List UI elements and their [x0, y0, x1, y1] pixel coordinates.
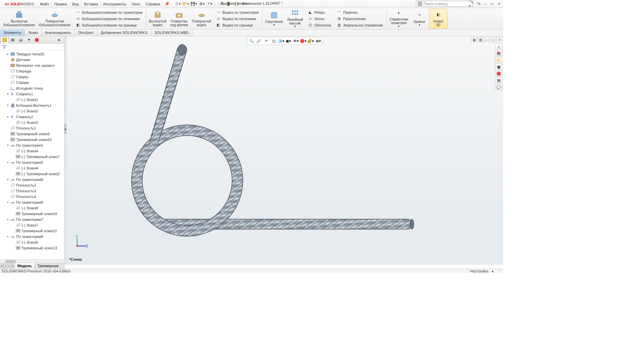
tree-item[interactable]: (-) Эскиз4	[0, 148, 64, 154]
tab-dimxpert[interactable]: DimXpert	[75, 30, 97, 36]
hole-wizard-button[interactable]: Отверстие под крепеж	[168, 9, 190, 29]
vp-min-icon[interactable]: —	[484, 37, 490, 42]
revolve-boss-button[interactable]: Повернутая бобышка/основание	[37, 9, 72, 29]
menu-edit[interactable]: Правка	[52, 0, 69, 8]
view-palette-icon[interactable]: ▦	[495, 64, 502, 70]
intersect-button[interactable]: ⊗Пересечение	[335, 16, 384, 22]
tree-item[interactable]: ▾По траектории8	[0, 234, 64, 239]
tab-features[interactable]: Элементы	[0, 30, 25, 36]
loft-cut-button[interactable]: ▱Вырез по сечениям	[214, 16, 260, 22]
tree-item[interactable]: ▾Спираль2	[0, 114, 64, 119]
menu-file[interactable]: Файл	[37, 0, 52, 8]
tree-item[interactable]: (-) Эскиз2	[0, 119, 64, 125]
tree-item[interactable]: Плоскость4	[0, 194, 64, 199]
viewport[interactable]: ▣ ▦ — ▭ ✕ 🔍 🔎 ↶ ◫ 🧊▾ ▣▾ 👁▾ 🔴▾ 🌈▾ 🖥▾ ⌂ 📚 …	[66, 36, 503, 265]
vp-layout1-icon[interactable]: ▣	[471, 37, 477, 42]
menu-help[interactable]: Справка	[143, 0, 163, 8]
tab-3dviews[interactable]: Трехмерные виды	[35, 263, 64, 269]
menu-insert[interactable]: Вставка	[82, 0, 101, 8]
tree-item[interactable]: Плоскость3	[0, 188, 64, 194]
prev-icon[interactable]: ‹	[4, 263, 7, 269]
status-help-icon[interactable]: ❔	[497, 269, 502, 273]
vp-layout2-icon[interactable]: ▦	[477, 37, 483, 42]
expand-icon[interactable]: ▾	[6, 144, 9, 147]
revolve-cut-button[interactable]: Повернутый вырез	[190, 9, 213, 29]
boundary-boss-button[interactable]: ◧Бобышка/основание на границе	[74, 22, 144, 28]
tree-item[interactable]: (-) Эскиз1	[0, 97, 64, 102]
fillet-button[interactable]: Скругление▼	[263, 9, 285, 29]
more-tabs[interactable]: ▸	[55, 37, 63, 43]
tree-item[interactable]: Плоскость2	[0, 182, 64, 188]
mirror-button[interactable]: ▥Зеркальное отражение	[335, 22, 384, 28]
tree-item[interactable]: 3D(-) Трехмерный эскиз7	[0, 154, 64, 159]
vp-max-icon[interactable]: ▭	[490, 37, 496, 42]
menu-view[interactable]: Вид	[69, 0, 82, 8]
pin-icon[interactable]: 📌	[163, 2, 171, 6]
tab-model[interactable]: Модель	[15, 263, 35, 269]
tree-item[interactable]: (-) Эскиз7	[0, 222, 64, 228]
tree-item[interactable]: Сверху	[0, 74, 64, 80]
shell-button[interactable]: ◰Оболочка	[306, 22, 332, 28]
file-explorer-icon[interactable]: 📁	[495, 57, 502, 63]
maximize-icon[interactable]: ▭	[489, 1, 495, 7]
tree-item[interactable]: ▾По траектории1	[0, 142, 64, 148]
help-icon[interactable]: ?▾	[476, 1, 482, 7]
tree-item[interactable]: Справа	[0, 80, 64, 85]
feature-tree-tab[interactable]	[1, 37, 9, 43]
print-icon[interactable]: 🖶▾	[198, 1, 206, 7]
curves-button[interactable]: ∿Кривые▼	[410, 9, 429, 29]
tree-item[interactable]: 3DТрехмерный эскиз13	[0, 245, 64, 251]
tree-item[interactable]: ▾По траектории6	[0, 199, 64, 205]
open-icon[interactable]: 📂▾	[182, 1, 190, 7]
dim-tab[interactable]: ✦	[25, 37, 33, 43]
search-glass-icon[interactable]: 🔍▾	[469, 1, 475, 7]
extrude-boss-button[interactable]: Вытянутая бобышка/основание	[1, 9, 37, 29]
expand-icon[interactable]: ▾	[6, 218, 9, 221]
tree-item[interactable]: ▾По траектории7	[0, 216, 64, 222]
status-customize[interactable]: Настройка	[470, 269, 488, 273]
tab-mbd[interactable]: SOLIDWORKS MBD	[151, 30, 193, 36]
linear-pattern-button[interactable]: Линейный массив▼	[285, 9, 305, 29]
sweep-cut-button[interactable]: 〰Вырез по траектории	[214, 9, 260, 15]
tree-item[interactable]: ▾По траектории2	[0, 159, 64, 165]
expand-icon[interactable]: ▾	[6, 178, 9, 181]
tree-item[interactable]: 3DТрехмерный эскиз9	[0, 131, 64, 137]
tab-addins[interactable]: Добавления SOLIDWORKS	[97, 30, 151, 36]
loft-boss-button[interactable]: ▱Бобышка/основание по сечениям	[74, 16, 144, 22]
extrude-cut-button[interactable]: Вытянутый вырез	[147, 9, 168, 29]
property-tab[interactable]: ▤	[9, 37, 17, 43]
tree-item[interactable]: (-) Эскиз8	[0, 205, 64, 211]
appearances-icon[interactable]: 🔴	[495, 70, 502, 77]
wrap-button[interactable]: ◠Перенос	[335, 9, 384, 15]
tree-item[interactable]: (-) Эскиз1	[0, 108, 64, 114]
appearance-tab[interactable]	[33, 37, 41, 43]
expand-icon[interactable]: ▾	[6, 235, 9, 238]
instant3d-button[interactable]: ◧Instant 3D	[429, 9, 448, 29]
minimize-icon[interactable]: —	[482, 1, 488, 7]
tree-item[interactable]: Материал <не указан>	[0, 62, 64, 68]
next-icon[interactable]: ›	[7, 263, 11, 269]
expand-icon[interactable]: ▾	[6, 161, 9, 164]
new-icon[interactable]: 🗋▾	[174, 1, 181, 7]
tree-item[interactable]: (-) Эскиз6	[0, 239, 64, 245]
tree-item[interactable]: Спереди	[0, 68, 64, 74]
tree-item[interactable]: (-) Эскиз4	[0, 165, 64, 171]
tree-item[interactable]: Датчики	[0, 57, 64, 62]
library-icon[interactable]: 📚	[495, 50, 502, 56]
close-icon[interactable]: ✕	[496, 1, 502, 7]
search-input[interactable]: Поиск команд	[416, 1, 473, 7]
config-tab[interactable]: 🗂	[17, 37, 25, 43]
expand-icon[interactable]: ▾	[6, 115, 9, 118]
undo-icon[interactable]: ↶▾	[206, 1, 214, 7]
expand-icon[interactable]: ▸	[6, 52, 9, 56]
draft-button[interactable]: ▱Уклон	[306, 16, 332, 22]
expand-icon[interactable]: ▾	[6, 104, 9, 107]
status-chevron-icon[interactable]: ▴	[492, 269, 494, 273]
last-icon[interactable]: »	[11, 263, 15, 269]
tree-item[interactable]: 3DТрехмерный эскиз10	[0, 137, 64, 142]
tab-sketch[interactable]: Эскиз	[25, 30, 42, 36]
menu-window[interactable]: Окно	[129, 0, 143, 8]
tab-evaluate[interactable]: Анализировать	[42, 30, 75, 36]
expand-icon[interactable]: ▾	[6, 201, 9, 204]
tree-item[interactable]: ▸Твердые тела(3)	[0, 51, 64, 57]
